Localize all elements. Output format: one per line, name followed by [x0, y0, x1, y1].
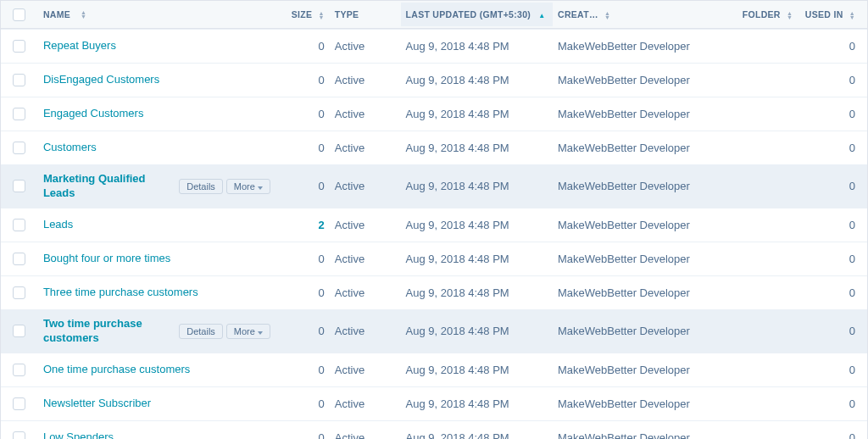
details-button[interactable]: Details [179, 324, 223, 339]
table-row[interactable]: DisEngaged Customers 0 Active Aug 9, 201… [1, 63, 867, 97]
type-value: Active [335, 40, 364, 53]
lists-table: NAME ▲▼ SIZE ▲▼ TYPE LAST UPDATED (GMT+5… [0, 0, 868, 439]
row-checkbox[interactable] [13, 325, 25, 337]
row-checkbox[interactable] [13, 219, 25, 231]
usedin-value: 0 [849, 286, 855, 299]
row-checkbox[interactable] [13, 431, 25, 439]
creator-value: MakeWebBetter Developer [558, 108, 690, 120]
size-value: 0 [319, 74, 325, 86]
sort-icon: ▲▼ [319, 11, 325, 19]
sort-asc-icon: ▲ [538, 12, 545, 19]
usedin-value: 0 [849, 325, 855, 337]
column-header-used-in[interactable]: USED IN ▲▼ [798, 3, 867, 26]
column-header-creator[interactable]: CREAT… ▲▼ [553, 3, 706, 26]
table-row[interactable]: Leads 2 Active Aug 9, 2018 4:48 PM MakeW… [1, 208, 867, 242]
table-header: NAME ▲▼ SIZE ▲▼ TYPE LAST UPDATED (GMT+5… [1, 0, 867, 29]
row-checkbox[interactable] [13, 253, 25, 265]
row-checkbox[interactable] [13, 142, 25, 154]
list-name-link[interactable]: Leads [43, 218, 73, 232]
row-checkbox[interactable] [13, 286, 25, 299]
list-name-link[interactable]: Two time purchase customers [43, 317, 172, 346]
usedin-value: 0 [849, 397, 855, 410]
updated-value: Aug 9, 2018 4:48 PM [406, 325, 509, 337]
list-name-link[interactable]: One time purchase customers [43, 363, 190, 377]
column-header-folder[interactable]: FOLDER ▲▼ [707, 3, 798, 26]
creator-value: MakeWebBetter Developer [558, 74, 690, 86]
table-row[interactable]: Three time purchase customers 0 Active A… [1, 275, 867, 309]
row-checkbox[interactable] [13, 364, 25, 376]
size-value: 0 [319, 253, 325, 265]
type-value: Active [335, 431, 364, 439]
type-value: Active [335, 253, 364, 265]
list-name-link[interactable]: Three time purchase customers [43, 286, 198, 300]
column-header-last-updated[interactable]: LAST UPDATED (GMT+5:30) ▲ [401, 3, 553, 26]
usedin-value: 0 [849, 219, 855, 231]
table-row[interactable]: Bought four or more times 0 Active Aug 9… [1, 242, 867, 275]
sort-icon: ▲▼ [81, 10, 86, 19]
column-header-type: TYPE [330, 3, 401, 26]
size-link[interactable]: 2 [319, 219, 325, 231]
creator-value: MakeWebBetter Developer [558, 219, 690, 231]
row-checkbox[interactable] [13, 108, 25, 120]
table-row[interactable]: Repeat Buyers 0 Active Aug 9, 2018 4:48 … [1, 29, 867, 63]
more-button[interactable]: More [226, 324, 270, 339]
column-header-label: FOLDER [743, 9, 781, 19]
creator-value: MakeWebBetter Developer [558, 142, 690, 154]
table-row[interactable]: Newsletter Subscriber 0 Active Aug 9, 20… [1, 386, 867, 420]
table-row[interactable]: Low Spenders 0 Active Aug 9, 2018 4:48 P… [1, 420, 867, 439]
usedin-value: 0 [849, 364, 855, 376]
row-checkbox[interactable] [13, 397, 25, 410]
list-name-link[interactable]: Marketing Qualified Leads [43, 172, 172, 201]
updated-value: Aug 9, 2018 4:48 PM [406, 40, 509, 53]
list-name-link[interactable]: Engaged Customers [43, 107, 144, 121]
updated-value: Aug 9, 2018 4:48 PM [406, 180, 509, 192]
table-row[interactable]: Customers 0 Active Aug 9, 2018 4:48 PM M… [1, 131, 867, 164]
table-row[interactable]: One time purchase customers 0 Active Aug… [1, 353, 867, 386]
more-button[interactable]: More [226, 179, 270, 194]
sort-icon: ▲▼ [849, 11, 855, 19]
updated-value: Aug 9, 2018 4:48 PM [406, 219, 509, 231]
select-all-checkbox[interactable] [13, 8, 25, 21]
type-value: Active [335, 397, 364, 410]
column-header-label: TYPE [335, 9, 359, 19]
list-name-link[interactable]: Customers [43, 141, 97, 155]
table-row[interactable]: Two time purchase customers Details More… [1, 309, 867, 353]
size-value: 0 [319, 142, 325, 154]
column-header-name[interactable]: NAME ▲▼ [38, 3, 275, 26]
usedin-value: 0 [849, 74, 855, 86]
chevron-down-icon [258, 181, 263, 192]
size-value: 0 [319, 40, 325, 53]
usedin-value: 0 [849, 253, 855, 265]
creator-value: MakeWebBetter Developer [558, 286, 690, 299]
updated-value: Aug 9, 2018 4:48 PM [406, 364, 509, 376]
updated-value: Aug 9, 2018 4:48 PM [406, 74, 509, 86]
type-value: Active [335, 286, 364, 299]
usedin-value: 0 [849, 431, 855, 439]
updated-value: Aug 9, 2018 4:48 PM [406, 142, 509, 154]
creator-value: MakeWebBetter Developer [558, 431, 690, 439]
updated-value: Aug 9, 2018 4:48 PM [406, 286, 509, 299]
usedin-value: 0 [849, 142, 855, 154]
row-checkbox[interactable] [13, 40, 25, 53]
column-header-size[interactable]: SIZE ▲▼ [275, 3, 330, 26]
table-row[interactable]: Engaged Customers 0 Active Aug 9, 2018 4… [1, 97, 867, 131]
size-value: 0 [319, 431, 325, 439]
list-name-link[interactable]: Repeat Buyers [43, 39, 116, 53]
type-value: Active [335, 108, 364, 120]
creator-value: MakeWebBetter Developer [558, 397, 690, 410]
details-button[interactable]: Details [179, 179, 223, 194]
list-name-link[interactable]: Low Spenders [43, 431, 114, 439]
sort-icon: ▲▼ [787, 11, 793, 19]
updated-value: Aug 9, 2018 4:48 PM [406, 253, 509, 265]
creator-value: MakeWebBetter Developer [558, 325, 690, 337]
row-checkbox[interactable] [13, 180, 25, 192]
list-name-link[interactable]: Bought four or more times [43, 252, 170, 266]
type-value: Active [335, 364, 364, 376]
list-name-link[interactable]: DisEngaged Customers [43, 73, 159, 87]
list-name-link[interactable]: Newsletter Subscriber [43, 397, 151, 411]
size-value: 0 [319, 286, 325, 299]
creator-value: MakeWebBetter Developer [558, 364, 690, 376]
creator-value: MakeWebBetter Developer [558, 40, 690, 53]
row-checkbox[interactable] [13, 74, 25, 86]
table-row[interactable]: Marketing Qualified Leads Details More 0… [1, 164, 867, 208]
